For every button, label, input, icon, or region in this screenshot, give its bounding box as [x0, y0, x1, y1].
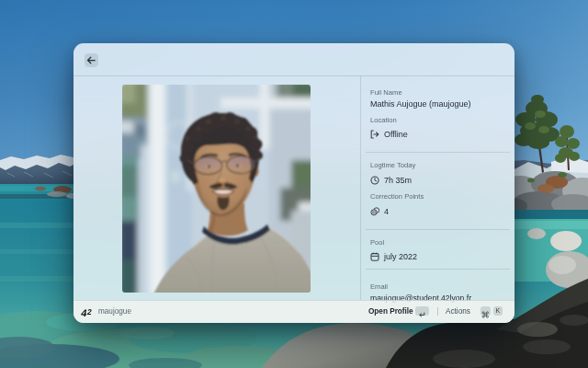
svg-text:2: 2: [86, 307, 93, 316]
